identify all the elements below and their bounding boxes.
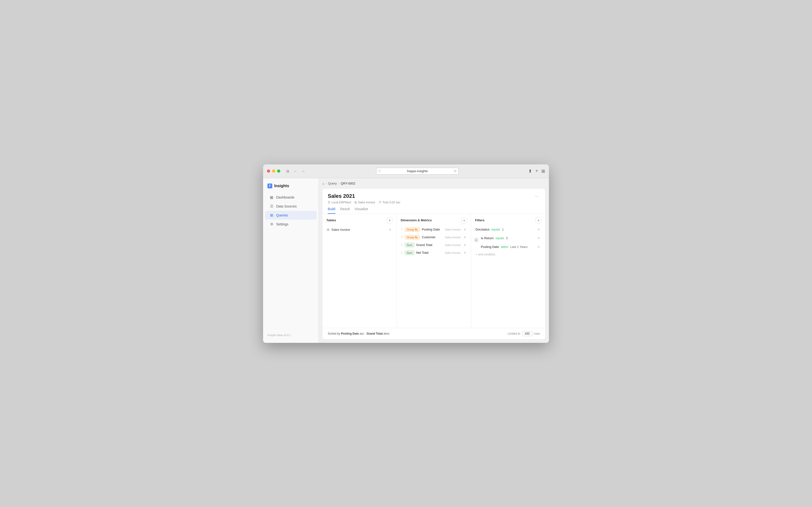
meta-table-text: Sales Invoice — [358, 201, 375, 204]
nav-back-button[interactable]: ← — [292, 169, 299, 174]
filter-remove-button-1[interactable]: ✕ — [537, 227, 541, 232]
nav-forward-button[interactable]: → — [300, 169, 307, 174]
query-more-button[interactable]: ··· — [533, 193, 540, 200]
app-body: F Insights ▦ Dashboards ☰ Data Sources ⊞… — [263, 178, 549, 343]
tables-panel: Tables + ⊞ Sales Invoice ✕ — [322, 214, 397, 328]
tab-build[interactable]: Build — [328, 207, 335, 214]
home-icon[interactable]: ⌂ — [322, 182, 324, 185]
close-traffic-light[interactable] — [267, 169, 270, 173]
dim-badge-groupby-2[interactable]: Group By — [405, 235, 420, 239]
dimension-row-3: ⠿ Sum Grand Total Sales Invoice ✕ — [399, 241, 469, 249]
tables-add-button[interactable]: + — [387, 217, 393, 223]
dim-remove-button-1[interactable]: ✕ — [463, 227, 467, 232]
grid-icon[interactable]: ⊞ — [541, 169, 545, 174]
breadcrumb-sep-2: › — [338, 182, 339, 185]
dim-badge-groupby-1[interactable]: Group By — [405, 227, 420, 232]
dim-badge-sum-2[interactable]: Sum — [405, 250, 414, 255]
filters-panel-content: Docstatus equals 1 ✕ & — [471, 226, 545, 328]
dim-badge-sum-1[interactable]: Sum — [405, 243, 414, 247]
query-header-left: Sales 2021 ☰ Local ERPNext ⊞ Sales Invoi… — [328, 193, 400, 204]
sidebar-item-data-sources[interactable]: ☰ Data Sources — [265, 202, 317, 211]
table-grid-icon: ⊞ — [327, 228, 329, 231]
sidebar-item-label-dashboards: Dashboards — [276, 195, 294, 199]
share-icon[interactable]: ⬆ — [528, 169, 532, 174]
sidebar-nav: ▦ Dashboards ☰ Data Sources ⊞ Queries ⚙ … — [263, 193, 319, 331]
query-card: Sales 2021 ☰ Local ERPNext ⊞ Sales Invoi… — [322, 188, 546, 339]
filter-field-2: Is Return — [481, 236, 494, 240]
tables-panel-title: Tables — [326, 218, 336, 222]
filter-op-1: equals — [491, 228, 500, 231]
meta-time-text: Took 0.02 sec — [382, 201, 400, 204]
sidebar-item-queries[interactable]: ⊞ Queries — [265, 211, 317, 220]
breadcrumb: ⌂ › Query › QRY-0002 — [322, 182, 546, 185]
tab-result[interactable]: Result — [340, 207, 350, 214]
rows-label: rows — [534, 332, 540, 335]
drag-handle-3[interactable]: ⠿ — [401, 243, 403, 247]
sidebar-item-dashboards[interactable]: ▦ Dashboards — [265, 193, 317, 202]
filter-op-2: equals — [496, 236, 504, 240]
add-condition-button[interactable]: + and condition — [474, 252, 543, 257]
sidebar-logo: F Insights — [263, 182, 319, 193]
url-input[interactable] — [376, 168, 458, 175]
minimize-traffic-light[interactable] — [272, 169, 275, 173]
sort-field-2[interactable]: Grand Total — [367, 332, 382, 335]
dim-source-3: Sales Invoice — [445, 243, 461, 246]
filter-row-3: Posting Date within Last 1 Years ✕ — [479, 243, 543, 251]
dim-source-4: Sales Invoice — [445, 251, 461, 254]
filters-panel-header: Filters + — [471, 214, 545, 226]
query-meta: ☰ Local ERPNext ⊞ Sales Invoice ⏱ Took 0… — [328, 201, 400, 204]
dim-field-4: Net Total — [416, 251, 443, 255]
limit-input[interactable] — [522, 331, 533, 336]
sidebar-item-label-data-sources: Data Sources — [276, 204, 297, 208]
filter-and-group: & Is Return equals 0 ✕ — [474, 234, 543, 252]
query-footer: Sorted by Posting Date asc , Grand Total… — [322, 328, 545, 339]
settings-icon: ⚙ — [269, 222, 274, 226]
filter-field-3: Posting Date — [481, 245, 499, 249]
limited-to-label: Limited to — [508, 332, 520, 335]
dashboards-icon: ▦ — [269, 195, 274, 200]
tab-visualize[interactable]: Visualize — [355, 207, 368, 214]
drag-handle-4[interactable]: ⠿ — [401, 251, 403, 255]
drag-handle-1[interactable]: ⠿ — [401, 228, 403, 231]
new-tab-icon[interactable]: + — [535, 169, 538, 174]
dimension-row-4: ⠿ Sum Net Total Sales Invoice ✕ — [399, 249, 469, 257]
sidebar-toggle-button[interactable]: ⊟ — [285, 169, 291, 174]
meta-source: ☰ Local ERPNext — [328, 201, 351, 204]
filter-remove-button-3[interactable]: ✕ — [537, 245, 541, 249]
dimension-row-2: ⠿ Group By Customer Sales Invoice ✕ — [399, 233, 469, 241]
filters-add-button[interactable]: + — [536, 217, 541, 223]
main-content: ⌂ › Query › QRY-0002 Sales 2021 ☰ Local … — [319, 178, 549, 343]
address-bar: 🛡 ↻ — [309, 168, 526, 175]
sidebar-item-settings[interactable]: ⚙ Settings — [265, 220, 317, 229]
dim-source-2: Sales Invoice — [445, 236, 461, 239]
queries-icon: ⊞ — [269, 213, 274, 217]
filter-val-3: Last 1 Years — [510, 245, 528, 249]
drag-handle-2[interactable]: ⠿ — [401, 236, 403, 239]
breadcrumb-query[interactable]: Query — [328, 182, 337, 185]
maximize-traffic-light[interactable] — [277, 169, 280, 173]
sidebar-footer: Insights Beta v0.0.1 — [263, 331, 319, 339]
table-remove-button[interactable]: ✕ — [388, 228, 392, 232]
dimensions-panel: Dimension & Metrics + ⠿ Group By Posting… — [397, 214, 471, 328]
dimensions-panel-title: Dimension & Metrics — [401, 218, 432, 222]
dim-remove-button-3[interactable]: ✕ — [463, 243, 467, 247]
filter-remove-button-2[interactable]: ✕ — [537, 236, 541, 240]
title-bar: ⊟ ← → 🛡 ↻ ⬆ + ⊞ — [263, 164, 549, 178]
tables-panel-content: ⊞ Sales Invoice ✕ — [322, 226, 396, 328]
dim-field-2: Customer — [422, 235, 443, 239]
sidebar: F Insights ▦ Dashboards ☰ Data Sources ⊞… — [263, 178, 319, 343]
sidebar-item-label-queries: Queries — [276, 213, 288, 217]
refresh-icon[interactable]: ↻ — [454, 169, 456, 173]
breadcrumb-current: QRY-0002 — [341, 182, 356, 185]
sort-dir-2: desc — [383, 332, 389, 335]
dim-remove-button-2[interactable]: ✕ — [463, 235, 467, 239]
browser-nav-controls: ⊟ ← → — [285, 169, 307, 174]
browser-actions: ⬆ + ⊞ — [528, 169, 545, 174]
version-text: Insights Beta v0.0.1 — [267, 334, 291, 337]
table-row-left: ⊞ Sales Invoice — [327, 228, 350, 231]
meta-table: ⊞ Sales Invoice — [355, 201, 375, 204]
meta-source-text: Local ERPNext — [331, 201, 351, 204]
sort-field-1[interactable]: Posting Date — [341, 332, 359, 335]
dim-remove-button-4[interactable]: ✕ — [463, 250, 467, 255]
dimensions-add-button[interactable]: + — [461, 217, 467, 223]
